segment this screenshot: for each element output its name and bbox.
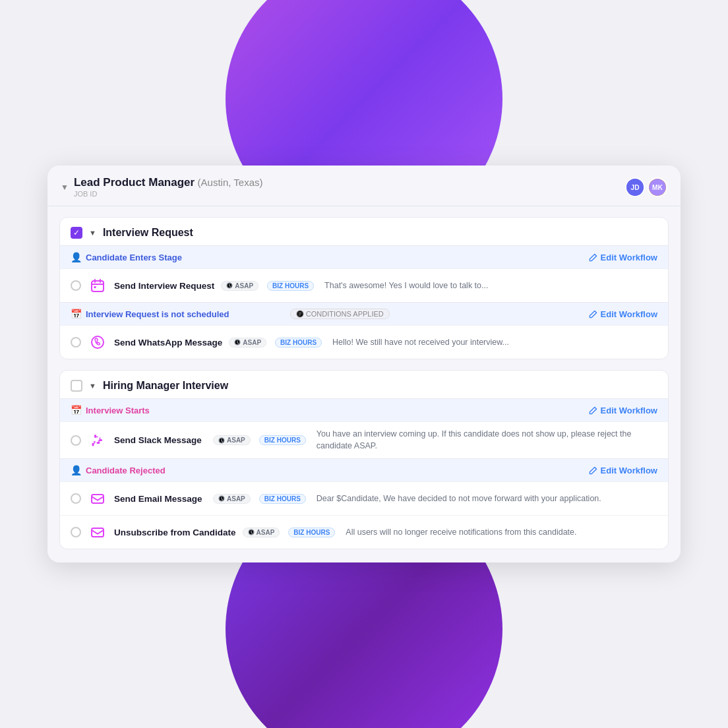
main-card: ▼ Lead Product Manager (Austin, Texas) J… [47, 166, 681, 562]
trigger-1-label: Candidate Enters Stage [86, 253, 589, 262]
avatar-1: JD [625, 177, 645, 197]
stage-2-header: ▼ Hiring Manager Interview [60, 371, 668, 398]
job-info: Lead Product Manager (Austin, Texas) JOB… [74, 176, 263, 198]
action-radio-5[interactable] [71, 527, 81, 537]
biz-tag-5: BIZ HOURS [288, 528, 335, 537]
action-radio-4[interactable] [71, 493, 81, 504]
trigger-4-label: Candidate Rejected [86, 466, 337, 475]
action-label-1: Send Interview Request [114, 281, 214, 291]
asap-tag-5: ASAP [243, 528, 280, 537]
calendar-trigger-icon: 📅 [71, 309, 82, 319]
action-send-whatsapp: Send WhatsApp Message ASAP BIZ HOURS Hel… [60, 325, 668, 359]
job-header-left: ▼ Lead Product Manager (Austin, Texas) J… [61, 176, 263, 198]
biz-tag-4: BIZ HOURS [259, 494, 306, 504]
stage-2-name: Hiring Manager Interview [103, 380, 228, 392]
asap-tag-2: ASAP [229, 338, 266, 348]
trigger-candidate-rejected: 👤 Candidate Rejected Edit Workflow [60, 458, 668, 481]
stage-1-collapse[interactable]: ▼ [89, 229, 96, 237]
edit-workflow-btn-1[interactable]: Edit Workflow [589, 253, 657, 262]
person-icon: 👤 [71, 252, 82, 262]
pencil-icon-3 [589, 406, 597, 415]
whatsapp-icon [88, 332, 107, 352]
stage-hiring-manager-interview: ▼ Hiring Manager Interview 📅 Interview S… [59, 370, 669, 549]
action-label-2: Send WhatsApp Message [114, 338, 222, 348]
person-icon-2: 👤 [71, 465, 82, 475]
action-preview-2: Hello! We still have not received your i… [332, 338, 657, 347]
biz-tag-3: BIZ HOURS [259, 435, 306, 445]
svg-rect-13 [92, 528, 104, 537]
action-send-email: Send Email Message ASAP BIZ HOURS Dear $… [60, 481, 668, 515]
asap-tag-4: ASAP [213, 494, 251, 504]
email-icon [88, 489, 107, 508]
svg-rect-5 [94, 286, 96, 288]
trigger-not-scheduled: 📅 Interview Request is not scheduled CON… [60, 302, 668, 325]
action-unsubscribe: Unsubscribe from Candidate ASAP BIZ HOUR… [60, 515, 668, 549]
stage-1-name: Interview Request [103, 227, 193, 239]
svg-text:MK: MK [652, 183, 663, 191]
stage-interview-request: ✓ ▼ Interview Request 👤 Candidate Enters… [59, 217, 669, 359]
trigger-interview-starts: 📅 Interview Starts Edit Workflow [60, 398, 668, 421]
pencil-icon-1 [589, 253, 597, 262]
slack-icon [88, 431, 107, 450]
edit-workflow-btn-3[interactable]: Edit Workflow [589, 406, 657, 415]
avatars: JD MK [625, 177, 667, 197]
avatar-2: MK [648, 177, 667, 197]
job-id: JOB ID [74, 190, 263, 198]
calendar-icon [88, 276, 107, 295]
action-label-4: Send Email Message [114, 494, 206, 504]
pencil-icon-4 [589, 466, 597, 475]
action-preview-5: All users will no longer receive notific… [346, 528, 657, 537]
stage-2-collapse[interactable]: ▼ [89, 382, 96, 390]
pencil-icon-2 [589, 310, 597, 318]
collapse-arrow[interactable]: ▼ [61, 183, 69, 192]
biz-tag-2: BIZ HOURS [275, 338, 322, 348]
action-preview-4: Dear $Candidate, We have decided to not … [317, 494, 657, 503]
edit-workflow-btn-2[interactable]: Edit Workflow [589, 309, 657, 319]
svg-rect-4 [92, 281, 104, 291]
action-preview-3: You have an interview coming up. If this… [317, 429, 657, 452]
action-preview-1: That's awesome! Yes I would love to talk… [324, 281, 657, 290]
stage-1-header: ✓ ▼ Interview Request [60, 218, 668, 245]
job-location: (Austin, Texas) [198, 177, 263, 188]
conditions-badge: CONDITIONS APPLIED [290, 309, 390, 319]
trigger-candidate-enters-stage: 👤 Candidate Enters Stage Edit Workflow [60, 245, 668, 268]
svg-rect-11 [92, 495, 104, 503]
action-radio-2[interactable] [71, 337, 81, 348]
action-radio-1[interactable] [71, 280, 81, 291]
job-header: ▼ Lead Product Manager (Austin, Texas) J… [47, 166, 681, 206]
action-label-5: Unsubscribe from Candidate [114, 528, 236, 537]
action-send-interview-request: Send Interview Request ASAP BIZ HOURS Th… [60, 268, 668, 302]
edit-workflow-btn-4[interactable]: Edit Workflow [589, 466, 657, 475]
svg-text:JD: JD [630, 183, 639, 191]
job-title: Lead Product Manager [74, 176, 195, 189]
asap-tag-1: ASAP [221, 281, 258, 291]
action-radio-3[interactable] [71, 435, 81, 446]
asap-tag-3: ASAP [213, 435, 251, 445]
action-send-slack: Send Slack Message ASAP BIZ HOURS You ha… [60, 421, 668, 458]
calendar-trigger-icon-2: 📅 [71, 405, 82, 415]
action-label-3: Send Slack Message [114, 435, 206, 445]
stage-2-checkbox[interactable] [71, 380, 82, 392]
unsubscribe-icon [88, 522, 107, 542]
trigger-2-label: Interview Request is not scheduled [86, 309, 285, 319]
stage-1-checkbox[interactable]: ✓ [71, 227, 82, 239]
biz-tag-1: BIZ HOURS [267, 281, 314, 291]
trigger-3-label: Interview Starts [86, 406, 337, 415]
